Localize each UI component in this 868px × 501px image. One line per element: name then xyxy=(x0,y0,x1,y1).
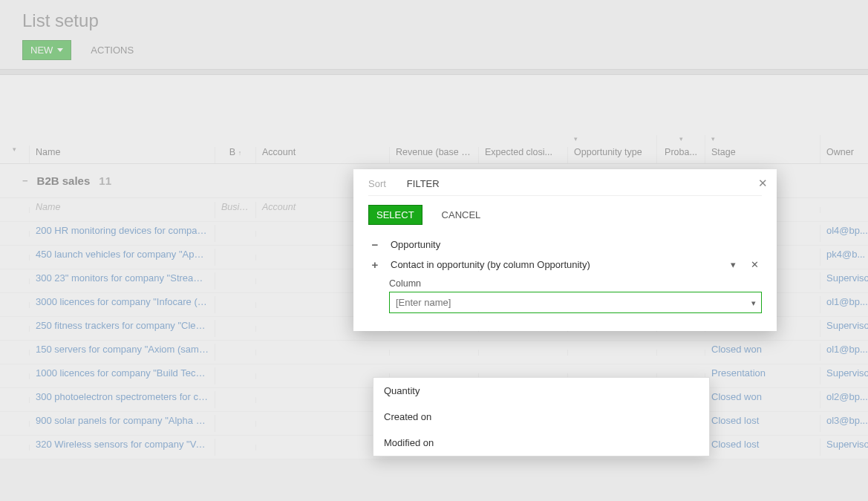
remove-sub-condition-icon[interactable]: ✕ xyxy=(748,259,762,270)
close-icon[interactable]: ✕ xyxy=(758,177,768,190)
chevron-down-icon[interactable]: ▾ xyxy=(728,259,739,270)
add-condition-icon[interactable]: + xyxy=(368,258,382,271)
condition-root: Opportunity xyxy=(391,239,762,250)
column-dropdown: Quantity Created on Modified on xyxy=(373,377,710,456)
select-button[interactable]: SELECT xyxy=(368,205,422,225)
column-combo-input[interactable] xyxy=(389,292,762,313)
column-label: Column xyxy=(389,278,762,289)
cancel-button[interactable]: CANCEL xyxy=(437,209,486,221)
chevron-down-icon[interactable]: ▾ xyxy=(751,298,756,307)
tab-sort[interactable]: Sort xyxy=(368,178,386,189)
remove-condition-icon[interactable]: − xyxy=(368,238,382,251)
dropdown-option-modified-on[interactable]: Modified on xyxy=(373,430,709,456)
dropdown-option-created-on[interactable]: Created on xyxy=(373,404,709,430)
tab-filter[interactable]: FILTER xyxy=(407,178,440,189)
dropdown-option-quantity[interactable]: Quantity xyxy=(373,378,709,404)
filter-modal: ✕ Sort FILTER SELECT CANCEL − Opportunit… xyxy=(353,169,777,331)
condition-sub[interactable]: Contact in opportunity (by column Opport… xyxy=(391,259,719,270)
